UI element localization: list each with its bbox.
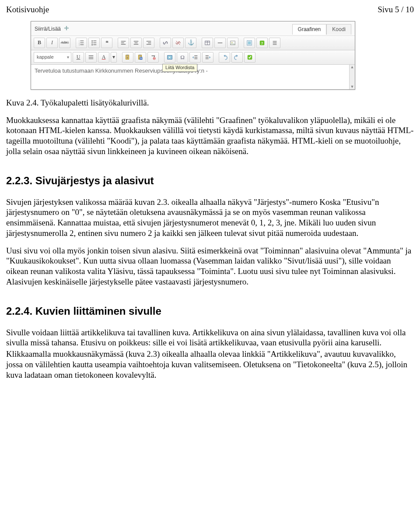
svg-rect-35 bbox=[89, 55, 94, 56]
svg-rect-1 bbox=[80, 41, 84, 41]
unlink-button[interactable] bbox=[172, 38, 184, 48]
svg-rect-39 bbox=[126, 55, 128, 56]
paste-text-button[interactable]: T bbox=[122, 52, 133, 63]
svg-marker-52 bbox=[192, 56, 194, 58]
svg-rect-51 bbox=[194, 58, 197, 59]
svg-marker-56 bbox=[210, 56, 211, 58]
link-button[interactable] bbox=[160, 38, 171, 48]
strikethrough-button[interactable]: ABC bbox=[59, 38, 70, 48]
svg-rect-14 bbox=[121, 44, 126, 44]
svg-point-6 bbox=[91, 40, 93, 42]
svg-text:1: 1 bbox=[79, 40, 80, 42]
help-button[interactable]: ? bbox=[256, 38, 268, 48]
svg-text:2: 2 bbox=[79, 42, 80, 44]
undo-button[interactable] bbox=[219, 52, 230, 63]
align-justify-button[interactable] bbox=[85, 52, 97, 63]
paste-word-tooltip: Liitä Wordista bbox=[162, 64, 197, 72]
svg-rect-9 bbox=[93, 42, 96, 43]
remove-format-button[interactable] bbox=[147, 52, 159, 63]
svg-text:W: W bbox=[140, 57, 143, 60]
svg-point-8 bbox=[91, 42, 93, 43]
paragraph-2: Sivujen järjestyksen valikossa määrää ku… bbox=[6, 197, 414, 239]
fullscreen-button[interactable] bbox=[244, 38, 255, 48]
svg-rect-3 bbox=[80, 42, 84, 43]
tab-graafinen[interactable]: Graafinen bbox=[292, 24, 327, 35]
svg-rect-53 bbox=[206, 55, 209, 56]
text-color-dropdown[interactable]: ▾ bbox=[111, 52, 117, 63]
svg-rect-5 bbox=[80, 44, 84, 45]
svg-text:?: ? bbox=[261, 41, 263, 45]
svg-rect-37 bbox=[89, 58, 94, 59]
svg-rect-19 bbox=[148, 42, 151, 43]
svg-rect-18 bbox=[147, 41, 151, 41]
align-center-button[interactable] bbox=[130, 38, 142, 48]
figure-caption: Kuva 2.4. Työkalupaletti lisätyökalurivi… bbox=[6, 98, 414, 108]
indent-button[interactable] bbox=[202, 52, 214, 63]
table-button[interactable] bbox=[202, 38, 213, 48]
paste-word-button[interactable]: W bbox=[135, 52, 146, 63]
svg-rect-16 bbox=[135, 42, 138, 43]
page-number: Sivu 5 / 10 bbox=[378, 4, 414, 15]
align-left-button[interactable] bbox=[118, 38, 129, 48]
svg-rect-34 bbox=[273, 44, 277, 45]
section-224-heading: 2.2.4. Kuvien liittäminen sivulle bbox=[6, 305, 414, 318]
special-char-button[interactable]: Ω bbox=[177, 52, 188, 63]
hr-button[interactable] bbox=[214, 38, 226, 48]
svg-rect-29 bbox=[248, 41, 251, 44]
svg-rect-17 bbox=[134, 44, 139, 44]
section-223-heading: 2.2.3. Sivujärjestys ja alasivut bbox=[6, 174, 414, 187]
ordered-list-button[interactable]: 123 bbox=[76, 38, 87, 48]
svg-rect-42 bbox=[139, 55, 141, 56]
svg-marker-57 bbox=[224, 55, 225, 57]
svg-point-10 bbox=[91, 44, 93, 46]
svg-rect-50 bbox=[194, 57, 197, 57]
unordered-list-button[interactable] bbox=[88, 38, 100, 48]
paragraph-5: Klikkaamalla muokkausnäkymässä (kuva 2.3… bbox=[6, 349, 414, 380]
paragraph-3: Uusi sivu voi olla myös jonkin toisen si… bbox=[6, 246, 414, 287]
svg-text:T: T bbox=[126, 56, 128, 59]
svg-rect-36 bbox=[89, 57, 94, 57]
outdent-button[interactable] bbox=[189, 52, 201, 63]
anchor-button[interactable]: ⚓ bbox=[185, 38, 196, 48]
svg-marker-58 bbox=[236, 55, 238, 57]
media-button[interactable] bbox=[164, 52, 175, 63]
svg-rect-20 bbox=[147, 44, 151, 44]
svg-rect-25 bbox=[218, 42, 223, 43]
paragraph-1: Muokkauksessa kannattaa käyttää graafist… bbox=[6, 115, 414, 157]
svg-text:3: 3 bbox=[79, 44, 80, 46]
svg-rect-49 bbox=[194, 55, 197, 56]
italic-button[interactable]: I bbox=[46, 38, 58, 48]
tab-koodi[interactable]: Koodi bbox=[326, 24, 351, 35]
svg-rect-7 bbox=[93, 41, 96, 41]
text-color-button[interactable]: A bbox=[98, 52, 109, 63]
svg-rect-12 bbox=[121, 41, 126, 41]
svg-rect-13 bbox=[121, 42, 124, 43]
svg-point-27 bbox=[231, 42, 233, 43]
editor-toolbar-screenshot: Siirrä/Lisää Graafinen Koodi B I ABC 123… bbox=[31, 21, 355, 90]
image-button[interactable] bbox=[227, 38, 238, 48]
blockquote-button[interactable]: ❝ bbox=[101, 38, 112, 48]
doc-title: Kotisivuohje bbox=[6, 4, 49, 15]
expand-toolbar-button[interactable] bbox=[269, 38, 280, 48]
underline-button[interactable]: U bbox=[73, 52, 84, 63]
move-insert-label: Siirrä/Lisää bbox=[35, 26, 61, 32]
bold-button[interactable]: B bbox=[34, 38, 45, 48]
align-right-button[interactable] bbox=[143, 38, 154, 48]
spellcheck-button[interactable] bbox=[244, 52, 256, 63]
paragraph-4: Sivulle voidaan liittää artikkelikuva ta… bbox=[6, 327, 414, 348]
editor-scrollbar[interactable]: ▲▼ bbox=[349, 65, 355, 89]
format-select[interactable]: kappale bbox=[34, 52, 71, 63]
svg-rect-11 bbox=[93, 44, 96, 45]
svg-rect-55 bbox=[206, 58, 209, 59]
redo-button[interactable] bbox=[231, 52, 243, 63]
svg-rect-33 bbox=[273, 42, 277, 43]
svg-rect-54 bbox=[206, 57, 209, 57]
move-icon[interactable] bbox=[63, 25, 70, 33]
svg-rect-32 bbox=[273, 41, 277, 42]
svg-rect-15 bbox=[134, 41, 139, 41]
